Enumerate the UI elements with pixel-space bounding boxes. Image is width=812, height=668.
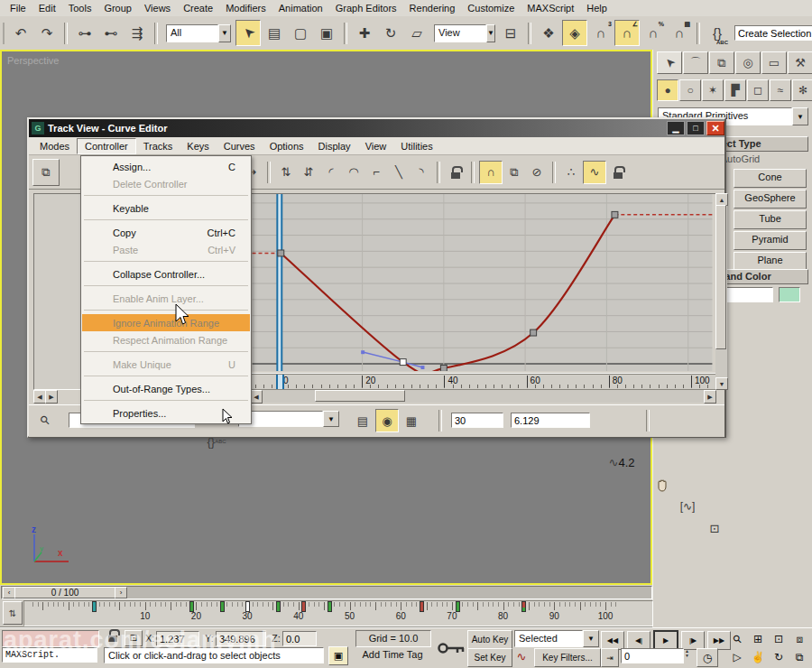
no-snap-button[interactable]: ⊘ <box>526 162 548 183</box>
trackbar-key[interactable] <box>328 601 332 612</box>
selection-filter-dropdown[interactable]: All ▼ <box>166 24 231 42</box>
track-view-menu[interactable]: Controller <box>77 138 136 154</box>
category-shapes[interactable]: ○ <box>679 79 701 101</box>
vertical-scrollbar[interactable]: ▲ ▼ <box>715 193 727 388</box>
time-slider-groove[interactable]: ‹ 0 / 100 › <box>1 586 652 599</box>
trackbar-key[interactable] <box>276 601 281 612</box>
tab-hierarchy[interactable]: ⧉ <box>709 51 734 74</box>
category-cameras[interactable]: ▛ <box>724 79 746 101</box>
trackbar-key[interactable] <box>301 601 306 612</box>
dropdown-arrow-icon[interactable]: ▼ <box>583 630 599 647</box>
trackbar-key[interactable] <box>189 601 194 612</box>
isolate-selection-icon[interactable]: ▣ <box>328 646 348 665</box>
object-type-button[interactable]: Pyramid <box>734 231 807 250</box>
controller-menu-item[interactable]: Keyable <box>82 199 250 217</box>
set-tangents-fast-button[interactable]: ◜ <box>320 162 342 183</box>
scrollbar-thumb[interactable] <box>715 205 726 349</box>
track-view-titlebar[interactable]: G Track View - Curve Editor ▁ □ ✕ <box>29 119 724 137</box>
dropdown-arrow-icon[interactable]: ▼ <box>486 24 495 42</box>
track-view-menu[interactable]: Tracks <box>136 139 180 153</box>
auto-key-button[interactable]: Auto Key <box>467 630 512 649</box>
previous-frame-button[interactable]: ◀| <box>627 631 651 650</box>
menubar-item[interactable]: Group <box>97 2 138 14</box>
controller-menu-item[interactable]: Ignore Animation Range <box>82 314 250 331</box>
snap-frames-button[interactable]: ∩ <box>479 161 503 184</box>
object-type-button[interactable]: Tube <box>734 210 807 229</box>
hierarchy-scroll-left-icon[interactable]: ◀ <box>33 390 46 404</box>
percent-snap-toggle-button[interactable]: ∩% <box>641 20 666 46</box>
snaps-toggle-button[interactable]: ◈ <box>562 20 587 46</box>
select-and-move-button[interactable]: ✚ <box>352 20 377 46</box>
menubar-item[interactable]: Graph Editors <box>329 2 403 14</box>
dropdown-arrow-icon[interactable]: ▼ <box>218 24 231 42</box>
pan-button[interactable] <box>651 474 673 496</box>
spinner-snap-toggle-button[interactable]: ∩▤ <box>667 20 692 46</box>
select-and-rotate-button[interactable]: ↻ <box>378 20 403 46</box>
menubar-item[interactable]: Tools <box>62 2 98 14</box>
track-set-dropdown[interactable]: ▼ <box>238 411 339 427</box>
snap-3d-button[interactable]: ∩3 <box>588 20 614 46</box>
set-tangents-custom-button[interactable]: ⇵ <box>298 162 319 183</box>
trackbar-key[interactable] <box>245 601 250 612</box>
track-view-menu[interactable]: View <box>358 139 394 153</box>
key-filter-set-dropdown[interactable]: Selected ▼ <box>514 630 599 647</box>
window-crossing-toggle-button[interactable]: ▣ <box>314 20 339 46</box>
trackbar-key[interactable] <box>92 601 97 612</box>
zoom-extents-button[interactable]: ⊡ <box>769 630 789 647</box>
reference-coordinate-dropdown[interactable]: View ▼ <box>434 24 494 42</box>
track-view-menu[interactable]: Curves <box>217 139 263 153</box>
time-configuration-button[interactable]: ◷ <box>697 648 718 667</box>
close-button[interactable]: ✕ <box>706 121 724 135</box>
angle-snap-toggle-button[interactable]: ∩∠ <box>614 20 640 46</box>
field-of-view-button[interactable]: ▷ <box>727 648 747 665</box>
minimize-button[interactable]: ▁ <box>667 121 685 135</box>
maxscript-listener[interactable]: MAXScript. <box>2 647 97 663</box>
unlink-selection-button[interactable]: ⊷ <box>98 20 124 46</box>
set-tangents-step-button[interactable]: ⌐ <box>365 162 387 183</box>
rectangular-selection-region-button[interactable]: ▢ <box>288 20 313 46</box>
zoom-region-button[interactable]: [∿] <box>675 496 700 517</box>
menubar-item[interactable]: Animation <box>272 2 329 14</box>
pan-view-button[interactable]: ✌ <box>748 648 768 665</box>
controller-menu-item[interactable]: Collapse Controller... <box>82 265 250 283</box>
dropdown-arrow-icon[interactable]: ▼ <box>323 411 339 427</box>
show-tangents-button[interactable]: ∴ <box>560 162 582 183</box>
key-mode-toggle-button[interactable]: ⇥ <box>601 648 619 667</box>
menubar-item[interactable]: Views <box>138 2 177 14</box>
new-key-default-in-tangent-icon[interactable]: ∿ <box>512 648 531 665</box>
undo-button[interactable]: ↶ <box>8 20 33 46</box>
time-ruler[interactable]: 020406080100 <box>250 374 716 390</box>
track-view-menu[interactable]: Keys <box>180 139 216 153</box>
use-center-flyout-button[interactable]: ⊟ <box>498 20 523 46</box>
controller-menu-item[interactable]: Copy Ctrl+C <box>82 224 250 241</box>
menubar-item[interactable]: Modifiers <box>219 2 272 14</box>
y-coordinate-field[interactable] <box>216 631 266 646</box>
trackbar-key[interactable] <box>220 601 225 612</box>
horizontal-scrollbar[interactable]: ◀ ▶ <box>250 390 715 403</box>
next-frame-arrow[interactable]: › <box>115 587 127 598</box>
key-filters-button[interactable]: Key Filters... <box>534 648 601 667</box>
lock-tangents-button[interactable] <box>607 162 629 183</box>
track-view-menu[interactable]: Utilities <box>393 139 439 153</box>
scroll-left-icon[interactable]: ◀ <box>250 390 263 404</box>
object-type-button[interactable]: Cone <box>734 169 807 188</box>
select-by-name-button[interactable]: ▤ <box>262 20 287 46</box>
controller-menu-item[interactable]: Paste Ctrl+V <box>82 241 250 258</box>
object-color-swatch[interactable] <box>779 287 800 302</box>
select-object-button[interactable]: ➤ <box>235 20 261 46</box>
set-key-button[interactable]: Set Key <box>467 648 512 667</box>
controller-menu-item[interactable]: Out-of-Range Types... <box>82 380 250 397</box>
menubar-item[interactable]: Customize <box>461 2 521 14</box>
select-and-link-button[interactable]: ⊶ <box>72 20 97 46</box>
controller-menu-item[interactable]: Make Unique U <box>82 356 250 373</box>
scroll-down-icon[interactable]: ▼ <box>715 377 728 390</box>
trackbar-key[interactable] <box>521 601 526 612</box>
zoom-value-extents-button[interactable]: ⚲ <box>34 409 56 431</box>
macro-recorder-pane[interactable] <box>2 630 99 647</box>
frame-spinner[interactable]: ▲▼ <box>685 649 689 658</box>
tab-modify[interactable]: ⌒ <box>683 51 708 74</box>
tab-motion[interactable]: ◎ <box>735 51 761 74</box>
current-time-marker[interactable] <box>276 375 284 389</box>
selection-lock-icon[interactable] <box>105 630 121 646</box>
bind-to-space-warp-button[interactable]: ⇶ <box>125 20 150 46</box>
